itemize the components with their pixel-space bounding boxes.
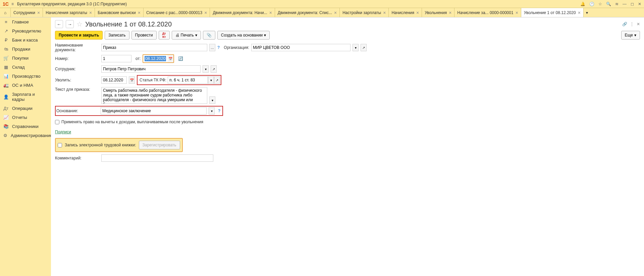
tab-label: Начисления [391,10,414,15]
sidebar-item-warehouse[interactable]: ▦Склад [0,63,51,72]
tab-item-active[interactable]: Увольнение 1 от 08.12.2020× [521,8,584,17]
number-input[interactable] [101,55,131,62]
refresh-icon[interactable]: 🔄 [178,56,183,61]
org-input[interactable] [251,44,351,51]
comment-input[interactable] [101,154,213,162]
sidebar-item-production[interactable]: 📊Производство [0,72,51,81]
attach-button[interactable]: 📎 [203,31,215,40]
close-icon[interactable]: × [89,10,92,15]
close-icon[interactable]: × [138,10,141,15]
label-org: Организация: [224,45,249,50]
help-icon[interactable]: ? [217,45,220,50]
tab-label: Движения документа: Начи... [213,10,267,15]
sidebar-item-operations[interactable]: ДтОперации [0,104,51,113]
search-icon[interactable]: 🔍 [606,2,611,6]
date-input[interactable]: 08.12.2020 [143,55,167,62]
sidebar-item-label: Операции [12,106,33,111]
calendar-icon[interactable]: 📅 [129,76,135,84]
open-icon[interactable]: ↗ [361,44,367,51]
factory-icon: 📊 [3,74,9,79]
sidebar-item-sales[interactable]: 🛍Продажи [0,45,51,54]
order-text-input[interactable]: Смерть работника либо работодателя - физ… [101,87,207,104]
docname-input[interactable] [101,44,207,51]
open-icon[interactable]: ↗ [214,76,220,84]
sidebar-item-label: Администрирование [11,133,51,138]
basis-input[interactable] [101,107,207,115]
article-input[interactable] [168,76,208,84]
expand-icon[interactable]: … [209,44,215,51]
dropdown-icon[interactable]: ▾ [209,96,215,104]
favorite-icon[interactable]: ☆ [76,20,83,28]
dropdown-icon[interactable]: ▾ [353,44,359,51]
tab-home[interactable]: ⌂ [0,8,11,17]
link-icon[interactable]: 🔗 [622,22,627,26]
sidebar-item-directories[interactable]: 📚Справочники [0,122,51,131]
signatures-link[interactable]: Подписи [55,130,71,134]
tab-item[interactable]: Начисление за... 0000-000001× [454,8,521,17]
ebook-checkbox[interactable] [58,143,62,147]
more-button[interactable]: Еще ▾ [621,31,640,40]
history-icon[interactable]: 🕐 [589,2,594,6]
post-close-button[interactable]: Провести и закрыть [55,31,103,40]
close-app-icon[interactable]: ✕ [638,2,641,6]
sidebar-item-purchases[interactable]: 🛒Покупки [0,54,51,63]
sidebar-item-label: Главное [12,19,29,24]
open-icon[interactable]: ↗ [211,65,217,73]
calendar-icon[interactable]: 📅 [167,55,173,62]
tab-item[interactable]: Движения документа: Начи...× [210,8,275,17]
sidebar-item-admin[interactable]: ⚙Администрирование [0,131,51,140]
dropdown-icon[interactable]: ▾ [203,65,209,73]
help-icon[interactable]: ? [217,109,222,113]
label-basis: Основание: [56,109,99,113]
nav-back-button[interactable]: ← [55,20,63,28]
star-icon[interactable]: ☆ [598,2,602,6]
tab-item[interactable]: Движения документа: Спис...× [275,8,340,17]
tab-label: Настройки зарплаты [342,10,381,15]
settings-icon[interactable]: ≋ [615,2,619,6]
sidebar-item-main[interactable]: ≡Главное [0,17,51,26]
close-icon[interactable]: × [383,10,386,15]
tab-item[interactable]: Списание с рас...0000-000013× [144,8,210,17]
tab-item[interactable]: Начисления зарплаты× [43,8,95,17]
close-icon[interactable]: × [449,10,451,15]
close-icon[interactable]: × [37,10,40,15]
post-button[interactable]: Провести [131,31,157,40]
sidebar-item-bank[interactable]: ₽Банк и касса [0,36,51,45]
deductions-checkbox[interactable] [55,120,59,124]
tab-item[interactable]: Увольнения× [422,8,454,17]
close-icon[interactable]: × [334,10,337,15]
dropdown-icon[interactable]: ▾ [209,107,215,115]
more-icon[interactable]: ⋮ [630,22,634,26]
close-icon[interactable]: × [204,10,207,15]
tab-item[interactable]: Банковские выписки× [95,8,144,17]
sidebar-item-manager[interactable]: ↗Руководителю [0,26,51,36]
minimize-icon[interactable]: — [623,2,627,6]
register-button[interactable]: Зарегистрировать [139,141,180,149]
employee-input[interactable] [101,65,201,73]
dropdown-icon[interactable]: ▾ [208,76,214,84]
create-based-button[interactable]: Создать на основании ▾ [217,31,270,40]
close-page-icon[interactable]: ✕ [637,22,640,26]
label-deductions: Применять право на вычеты к доходам, вып… [61,120,203,124]
save-button[interactable]: Записать [105,31,129,40]
main-menu-icon[interactable]: ≡ [11,2,14,6]
app-title: Бухгалтерия предприятия, редакция 3.0 (1… [17,2,580,6]
tabs-dropdown[interactable]: ▾ [584,8,590,17]
close-icon[interactable]: × [516,10,518,15]
tab-item[interactable]: Настройки зарплаты× [340,8,389,17]
tab-item[interactable]: Начисления× [389,8,422,17]
close-icon[interactable]: × [269,10,272,15]
dismiss-date-input[interactable] [101,76,127,84]
maximize-icon[interactable]: ◻ [631,2,634,6]
close-icon[interactable]: × [578,10,581,15]
bell-icon[interactable]: 🔔 [580,2,585,6]
label-order-text: Текст для приказа: [55,87,99,92]
sidebar-item-reports[interactable]: 📈Отчеты [0,113,51,122]
tab-item[interactable]: Сотрудники× [11,8,43,17]
print-button[interactable]: 🖨Печать▾ [172,31,201,40]
nav-forward-button[interactable]: → [66,20,74,28]
sidebar-item-assets[interactable]: 🚛ОС и НМА [0,81,51,90]
sidebar-item-hr[interactable]: 👤Зарплата и кадры [0,90,51,104]
close-icon[interactable]: × [416,10,419,15]
dtkt-button[interactable]: ДтКт [159,31,170,40]
